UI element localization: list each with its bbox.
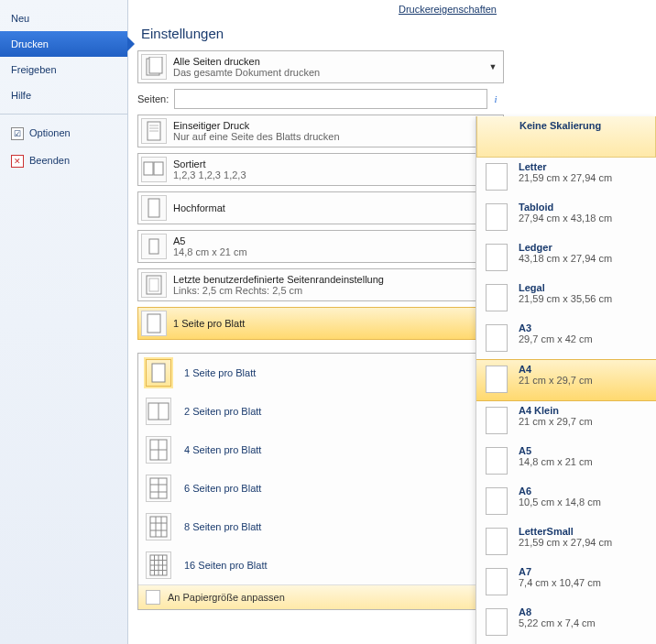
paper-icon <box>486 608 508 636</box>
pages-per-sheet-menu: 1 Seite pro Blatt 2 Seiten pro Blatt 4 S… <box>137 353 504 610</box>
paper-item-a5[interactable]: A514,8 cm x 21 cm <box>476 442 656 482</box>
print-settings-panel: Druckereigenschaften Einstellungen Alle … <box>137 0 504 610</box>
paper-item-a8[interactable]: A85,22 cm x 7,4 cm <box>476 603 656 643</box>
sidebar-item-beenden[interactable]: ✕Beenden <box>0 147 127 175</box>
dd-title: Letzte benutzerdefinierte Seitenrandeins… <box>173 274 485 285</box>
menu-scale-to-paper[interactable]: An Papiergröße anpassen ▶ <box>138 584 503 609</box>
svg-rect-1 <box>149 57 162 73</box>
printer-properties-link[interactable]: Druckereigenschaften <box>137 0 504 22</box>
pages-input[interactable] <box>174 89 487 109</box>
paper-icon <box>486 203 508 231</box>
collated-icon <box>141 157 167 182</box>
paper-item-a7[interactable]: A77,4 cm x 10,47 cm <box>476 562 656 603</box>
dd-sub: 14,8 cm x 21 cm <box>173 246 485 257</box>
svg-rect-13 <box>152 364 165 382</box>
paper-item-legal[interactable]: Legal21,59 cm x 35,56 cm <box>476 278 656 319</box>
paper-item-no-scaling[interactable]: Keine Skalierung <box>476 116 656 158</box>
sidebar-item-neu[interactable]: Neu <box>0 5 127 31</box>
dd-title: Alle Seiten drucken <box>173 56 485 67</box>
paper-item-letter[interactable]: Letter21,59 cm x 27,94 cm <box>476 158 656 198</box>
pages-stack-icon <box>141 54 167 80</box>
one-per-sheet-icon <box>146 359 171 387</box>
no-scaling-icon <box>487 122 508 149</box>
two-per-sheet-icon <box>146 398 171 425</box>
margins-icon <box>141 272 167 298</box>
menu-item-4-per-sheet[interactable]: 4 Seiten pro Blatt <box>138 431 503 469</box>
dd-sub: Nur auf eine Seite des Blatts drucken <box>173 131 485 142</box>
dropdown-paper-size[interactable]: A5 14,8 cm x 21 cm ▼ <box>137 230 504 263</box>
svg-rect-7 <box>154 162 163 175</box>
paper-item-a4-klein[interactable]: A4 Klein21 cm x 29,7 cm <box>476 401 656 442</box>
one-per-sheet-icon <box>141 311 167 336</box>
paper-size-icon <box>141 234 167 259</box>
paper-item-tabloid[interactable]: Tabloid27,94 cm x 43,18 cm <box>476 198 656 238</box>
scale-to-paper-icon <box>146 590 160 605</box>
svg-rect-9 <box>149 239 159 254</box>
paper-item-a4[interactable]: A421 cm x 29,7 cm <box>476 359 656 401</box>
paper-icon <box>486 487 508 515</box>
sidebar-item-drucken[interactable]: Drucken <box>0 31 127 57</box>
four-per-sheet-icon <box>146 436 171 464</box>
dropdown-print-all-pages[interactable]: Alle Seiten drucken Das gesamte Dokument… <box>137 50 504 83</box>
paper-size-flyout: Keine Skalierung Letter21,59 cm x 27,94 … <box>476 116 656 644</box>
paper-icon <box>486 528 508 555</box>
paper-icon <box>486 366 508 393</box>
options-icon: ☑ <box>11 127 24 140</box>
paper-icon <box>486 324 508 352</box>
single-side-icon <box>141 118 167 144</box>
six-per-sheet-icon <box>146 475 171 502</box>
dd-title: 1 Seite pro Blatt <box>173 318 485 329</box>
dropdown-one-sided[interactable]: Einseitiger Druck Nur auf eine Seite des… <box>137 115 504 147</box>
pages-label: Seiten: <box>137 93 174 104</box>
sidebar-divider <box>0 114 127 115</box>
dd-title: Einseitiger Druck <box>173 120 485 131</box>
sidebar-item-hilfe[interactable]: Hilfe <box>0 82 127 108</box>
dd-title: A5 <box>173 235 485 246</box>
dd-title: Hochformat <box>173 202 485 213</box>
paper-icon <box>486 244 508 271</box>
dd-title: Sortiert <box>173 158 485 169</box>
menu-item-6-per-sheet[interactable]: 6 Seiten pro Blatt <box>138 469 503 508</box>
exit-icon: ✕ <box>11 155 24 168</box>
chevron-down-icon: ▼ <box>488 62 503 71</box>
paper-icon <box>486 407 508 434</box>
svg-rect-12 <box>148 314 160 333</box>
paper-icon <box>486 284 508 311</box>
menu-item-16-per-sheet[interactable]: 16 Seiten pro Blatt <box>138 546 503 584</box>
paper-item-a6[interactable]: A610,5 cm x 14,8 cm <box>476 482 656 522</box>
sidebar-item-freigeben[interactable]: Freigeben <box>0 57 127 82</box>
svg-rect-8 <box>148 199 159 217</box>
dropdown-pages-per-sheet[interactable]: 1 Seite pro Blatt ▼ <box>137 307 504 340</box>
info-icon[interactable]: i <box>487 93 504 104</box>
sidebar-item-optionen[interactable]: ☑Optionen <box>0 120 127 147</box>
dropdown-margins[interactable]: Letzte benutzerdefinierte Seitenrandeins… <box>137 268 504 301</box>
paper-item-lettersmall[interactable]: LetterSmall21,59 cm x 27,94 cm <box>476 522 656 562</box>
menu-item-8-per-sheet[interactable]: 8 Seiten pro Blatt <box>138 508 503 546</box>
dropdown-orientation[interactable]: Hochformat ▼ <box>137 191 504 224</box>
paper-item-a3[interactable]: A329,7 cm x 42 cm <box>476 319 656 359</box>
svg-rect-6 <box>144 162 153 175</box>
dropdown-collated[interactable]: Sortiert 1,2,3 1,2,3 1,2,3 ▼ <box>137 153 504 186</box>
menu-item-2-per-sheet[interactable]: 2 Seiten pro Blatt <box>138 392 503 431</box>
paper-item-ledger[interactable]: Ledger43,18 cm x 27,94 cm <box>476 238 656 278</box>
eight-per-sheet-icon <box>146 513 171 540</box>
settings-title: Einstellungen <box>137 22 504 50</box>
pages-row: Seiten: i <box>137 89 504 109</box>
dd-sub: Das gesamte Dokument drucken <box>173 67 485 78</box>
paper-icon <box>486 163 508 191</box>
dd-sub: 1,2,3 1,2,3 1,2,3 <box>173 169 485 180</box>
dd-sub: Links: 2,5 cm Rechts: 2,5 cm <box>173 285 485 296</box>
menu-item-1-per-sheet[interactable]: 1 Seite pro Blatt <box>138 354 503 392</box>
paper-icon <box>486 447 508 475</box>
paper-icon <box>486 568 508 595</box>
sixteen-per-sheet-icon <box>146 551 171 579</box>
svg-rect-23 <box>150 517 167 537</box>
backstage-sidebar: Neu Drucken Freigeben Hilfe ☑Optionen ✕B… <box>0 0 128 644</box>
portrait-icon <box>141 195 167 221</box>
